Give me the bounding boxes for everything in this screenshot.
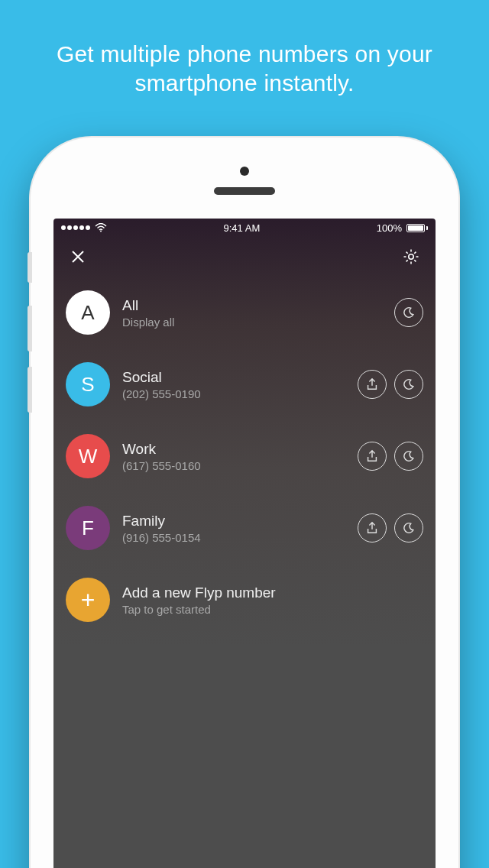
- row-title: All: [122, 297, 382, 314]
- wifi-icon: [95, 223, 107, 232]
- number-row[interactable]: FFamily(916) 555-0154: [63, 492, 426, 564]
- phone-frame: 9:41 AM 100% AAllDisplay allSSocial(202): [31, 138, 458, 868]
- row-actions: [358, 442, 423, 471]
- share-button[interactable]: [358, 442, 387, 471]
- row-subtitle: (916) 555-0154: [122, 531, 345, 544]
- dnd-button[interactable]: [394, 370, 423, 399]
- row-text: AllDisplay all: [122, 297, 382, 329]
- row-actions: [358, 370, 423, 399]
- svg-point-0: [100, 231, 102, 232]
- row-text: Social(202) 555-0190: [122, 369, 345, 400]
- phone-side-button: [28, 306, 32, 351]
- status-bar: 9:41 AM 100%: [53, 219, 436, 237]
- svg-point-1: [409, 254, 413, 259]
- gear-icon: [402, 248, 420, 266]
- row-actions: [394, 298, 423, 327]
- numbers-list: AAllDisplay allSSocial(202) 555-0190WWor…: [53, 277, 436, 636]
- row-text: Work(617) 555-0160: [122, 441, 345, 472]
- close-icon: [70, 249, 86, 264]
- row-subtitle: (202) 555-0190: [122, 387, 345, 400]
- row-text: Family(916) 555-0154: [122, 513, 345, 544]
- moon-icon: [402, 521, 416, 535]
- top-bar: [53, 237, 436, 277]
- moon-icon: [402, 449, 416, 463]
- moon-icon: [402, 306, 416, 319]
- marketing-headline: Get multiple phone numbers on your smart…: [0, 0, 489, 97]
- add-number-row[interactable]: +Add a new Flyp numberTap to get started: [63, 564, 426, 636]
- share-icon: [365, 521, 379, 535]
- avatar: W: [66, 434, 110, 478]
- number-row[interactable]: AAllDisplay all: [63, 277, 426, 348]
- share-icon: [365, 449, 379, 463]
- row-title: Social: [122, 369, 345, 386]
- dnd-button[interactable]: [394, 513, 423, 542]
- row-text: Add a new Flyp numberTap to get started: [122, 585, 411, 616]
- share-button[interactable]: [358, 513, 387, 542]
- row-title: Work: [122, 441, 345, 458]
- avatar: S: [66, 362, 110, 406]
- moon-icon: [402, 377, 416, 391]
- avatar: A: [66, 290, 110, 335]
- row-subtitle: (617) 555-0160: [122, 459, 345, 472]
- battery-percent: 100%: [377, 222, 402, 234]
- phone-side-button: [28, 367, 32, 413]
- row-subtitle: Tap to get started: [122, 603, 411, 616]
- row-actions: [358, 513, 423, 542]
- status-time: 9:41 AM: [224, 222, 261, 234]
- number-row[interactable]: WWork(617) 555-0160: [63, 420, 426, 492]
- row-title: Add a new Flyp number: [122, 585, 411, 601]
- phone-side-button: [28, 252, 32, 283]
- row-title: Family: [122, 513, 345, 530]
- close-button[interactable]: [66, 245, 90, 269]
- dnd-button[interactable]: [394, 298, 423, 327]
- share-button[interactable]: [358, 370, 387, 399]
- dnd-button[interactable]: [394, 442, 423, 471]
- avatar: F: [66, 506, 110, 550]
- number-row[interactable]: SSocial(202) 555-0190: [63, 348, 426, 420]
- battery-icon: [406, 224, 428, 232]
- phone-screen: 9:41 AM 100% AAllDisplay allSSocial(202): [53, 219, 436, 868]
- settings-button[interactable]: [399, 245, 423, 269]
- phone-camera-dot: [240, 167, 249, 176]
- phone-speaker: [214, 187, 275, 195]
- row-subtitle: Display all: [122, 316, 382, 329]
- add-icon-avatar: +: [66, 578, 110, 622]
- signal-dots-icon: [61, 225, 90, 230]
- share-icon: [365, 377, 379, 391]
